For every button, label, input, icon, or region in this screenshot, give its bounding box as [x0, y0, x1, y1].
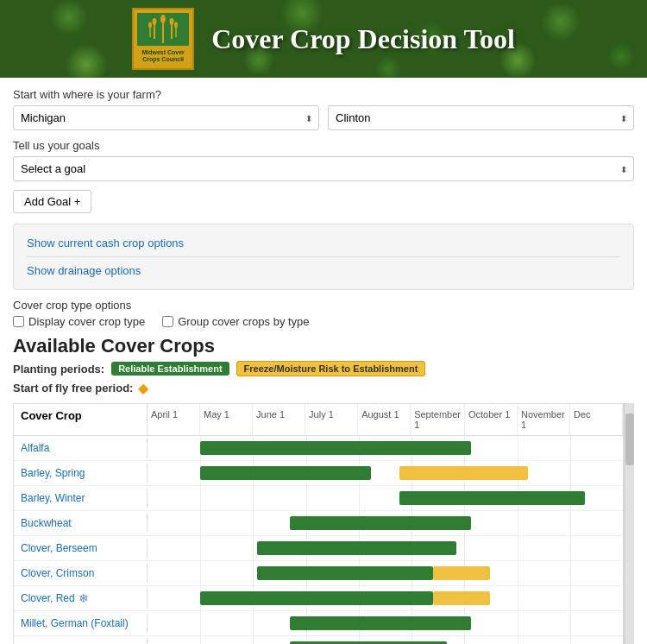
chart-header-row: Cover Crop April 1 May 1 June 1 July 1 A…	[14, 404, 623, 436]
table-row: Clover, Crimson	[14, 561, 623, 586]
table-row: Barley, Spring	[14, 461, 623, 486]
chart-outer: Cover Crop April 1 May 1 June 1 July 1 A…	[13, 403, 634, 644]
bars-cell	[148, 486, 623, 510]
month-dec: Dec	[570, 404, 623, 435]
crop-bar	[433, 591, 490, 605]
main-content: Start with where is your farm? Michigan …	[0, 78, 647, 644]
state-select-wrapper: Michigan ⬍	[13, 105, 319, 130]
goal-select-wrapper: Select a goal ⬍	[13, 156, 634, 181]
type-options-row: Display cover crop type Group cover crop…	[13, 315, 634, 328]
month-jul: July 1	[305, 404, 358, 435]
risk-badge: Freeze/Moisture Risk to Establishment	[236, 361, 426, 376]
grid-line	[570, 561, 571, 585]
month-sep: September 1	[411, 404, 465, 435]
grid-line	[570, 586, 571, 610]
scroll-thumb[interactable]	[625, 414, 634, 465]
crop-bar	[290, 616, 470, 630]
farm-location-group: Start with where is your farm? Michigan …	[13, 88, 634, 130]
crop-bar	[200, 591, 433, 605]
fly-period-label: Start of fly free period:	[13, 382, 133, 395]
bars-cell	[148, 561, 623, 585]
crop-link[interactable]: Millet, German (Foxtail)	[21, 617, 129, 629]
table-row: Clover, Red❄	[14, 586, 623, 611]
crop-bar	[399, 491, 585, 505]
month-nov: November 1	[518, 404, 570, 435]
goal-select[interactable]: Select a goal	[13, 156, 634, 181]
crop-bar	[200, 441, 471, 455]
planting-periods-row: Planting periods: Reliable Establishment…	[13, 361, 634, 376]
crop-bar	[200, 466, 371, 480]
group-type-checkbox-label[interactable]: Group cover crops by type	[162, 315, 309, 328]
crop-bar	[433, 566, 490, 580]
grid-line	[359, 486, 360, 510]
table-row: Clover, Berseem	[14, 536, 623, 561]
crop-bar	[290, 516, 470, 530]
crop-bar	[257, 566, 433, 580]
crop-link[interactable]: Barley, Spring	[21, 467, 85, 479]
display-type-checkbox-label[interactable]: Display cover crop type	[13, 315, 145, 328]
bars-cell	[148, 611, 623, 635]
crop-link[interactable]: Clover, Berseem	[21, 542, 97, 554]
scrollbar[interactable]	[624, 403, 634, 644]
month-jun: June 1	[253, 404, 305, 435]
bars-cell	[148, 536, 623, 560]
group-type-checkbox[interactable]	[162, 316, 173, 327]
table-row: Millet, German (Foxtail)	[14, 611, 623, 636]
group-type-label: Group cover crops by type	[178, 315, 309, 328]
crop-bar	[399, 466, 528, 480]
svg-point-8	[170, 18, 174, 25]
county-select-wrapper: Clinton ⬍	[328, 105, 634, 130]
drainage-link[interactable]: Show drainage options	[27, 264, 620, 277]
display-type-checkbox[interactable]	[13, 316, 24, 327]
add-goal-button[interactable]: Add Goal +	[13, 190, 91, 213]
grid-line	[200, 536, 201, 560]
bars-cell	[148, 436, 623, 460]
crop-name-cell: Millet, German (Foxtail)	[14, 614, 148, 633]
crop-link[interactable]: Clover, Red	[21, 592, 75, 604]
county-select[interactable]: Clinton	[328, 105, 634, 130]
crop-name-cell: Clover, Red❄	[14, 588, 148, 609]
crop-name-cell: Alfalfa	[14, 439, 148, 458]
display-type-label: Display cover crop type	[28, 315, 145, 328]
grid-line	[200, 611, 201, 635]
crop-link[interactable]: Alfalfa	[21, 442, 49, 454]
farm-location-label: Start with where is your farm?	[13, 88, 634, 101]
svg-point-9	[148, 22, 152, 28]
crop-bar	[257, 541, 456, 555]
crop-name-cell: Barley, Winter	[14, 489, 148, 508]
svg-point-10	[174, 22, 178, 28]
app-header: Midwest CoverCrops Council Cover Crop De…	[0, 0, 647, 78]
logo: Midwest CoverCrops Council	[132, 8, 194, 70]
crop-link[interactable]: Buckwheat	[21, 517, 72, 529]
grid-line	[200, 486, 201, 510]
cash-crop-link[interactable]: Show current cash crop options	[27, 237, 620, 249]
options-panel: Show current cash crop options Show drai…	[13, 224, 634, 290]
grid-line	[464, 536, 465, 560]
month-oct: October 1	[465, 404, 518, 435]
crop-name-cell: Barley, Spring	[14, 464, 148, 483]
cover-crop-type-options: Cover crop type options Display cover cr…	[13, 299, 634, 328]
grid-line	[464, 636, 465, 644]
crop-name-cell: Clover, Crimson	[14, 564, 148, 583]
grid-line	[200, 511, 201, 535]
crop-link[interactable]: Clover, Crimson	[21, 567, 94, 579]
grid-line	[570, 536, 571, 560]
state-select[interactable]: Michigan	[13, 105, 319, 130]
grid-line	[570, 436, 571, 460]
bars-cell	[148, 511, 623, 535]
grid-line	[518, 586, 518, 610]
options-divider	[27, 256, 620, 257]
grid-line	[253, 611, 254, 635]
month-may: May 1	[200, 404, 253, 435]
grid-line	[570, 611, 571, 635]
table-row: Buckwheat	[14, 511, 623, 536]
grid-line	[518, 636, 518, 644]
goals-group: Tell us your goals Select a goal ⬍	[13, 139, 634, 181]
crop-col-header: Cover Crop	[14, 404, 148, 435]
crop-name-cell: Buckwheat	[14, 514, 148, 533]
timeline-header: April 1 May 1 June 1 July 1 August 1 Sep…	[148, 404, 623, 435]
grid-line	[306, 486, 307, 510]
table-row: Alfalfa	[14, 436, 623, 461]
crop-link[interactable]: Barley, Winter	[21, 492, 85, 504]
app-title: Cover Crop Decision Tool	[211, 23, 515, 55]
